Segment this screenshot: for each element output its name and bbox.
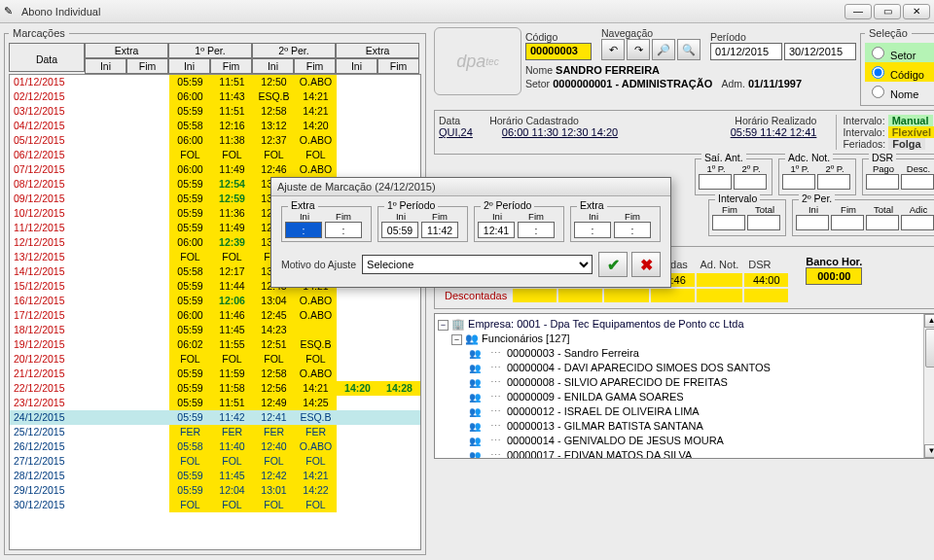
table-row[interactable]: 16/12/201505:5912:0613:04O.ABO <box>10 294 420 308</box>
codigo-label: Código <box>525 31 592 43</box>
codigo-field[interactable]: 00000003 <box>525 43 592 60</box>
minimize-button[interactable]: — <box>844 4 872 19</box>
tree-scrollbar[interactable]: ▲ ▼ <box>923 314 934 458</box>
sel-nome[interactable]: Nome <box>865 82 934 101</box>
table-row[interactable]: 21/12/201505:5911:5912:58O.ABO <box>10 367 420 381</box>
table-row[interactable]: 30/12/2015FOLFOLFOLFOL <box>10 498 420 512</box>
table-row[interactable]: 29/12/201505:5912:0413:0114:22 <box>10 483 420 498</box>
setor-cod: 0000000001 <box>553 78 612 89</box>
extra2-ini-input[interactable] <box>574 222 611 238</box>
p1-fim-input[interactable] <box>421 222 458 238</box>
extra2-fim-input[interactable] <box>614 222 651 238</box>
col-extra2: Extra <box>336 43 419 58</box>
adc-not: Adc. Not. 1º P.2º P. <box>778 158 856 195</box>
sched-real[interactable]: 05:59 11:42 12:41 <box>731 126 817 138</box>
sched-data[interactable]: QUI,24 <box>439 126 473 138</box>
col-extra1: Extra <box>85 43 168 58</box>
nome-value: SANDRO FERREIRA <box>556 64 660 76</box>
search-icon[interactable]: 🔎 <box>652 39 675 60</box>
table-row[interactable]: 02/12/201506:0011:43ESQ.B14:21 <box>10 89 420 104</box>
window-title: Abono Individual <box>21 6 844 18</box>
table-row[interactable]: 27/12/2015FOLFOLFOLFOL <box>10 454 420 469</box>
table-row[interactable]: 20/12/2015FOLFOLFOLFOL <box>10 352 420 367</box>
tree-item[interactable]: ⋯00000014 - GENIVALDO DE JESUS MOURA <box>438 434 934 448</box>
app-icon: ✎ <box>4 5 18 18</box>
scroll-thumb[interactable] <box>925 329 934 368</box>
tree-item[interactable]: ⋯00000008 - SILVIO APARECIDO DE FREITAS <box>438 375 934 390</box>
sel-setor[interactable]: Setor <box>865 43 934 62</box>
col-data: Data <box>9 43 85 72</box>
table-row[interactable]: 19/12/201506:0211:5512:51ESQ.B <box>10 337 420 352</box>
tree-item[interactable]: ⋯00000009 - ENILDA GAMA SOARES <box>438 390 934 404</box>
tree-collapse-icon[interactable]: − <box>451 334 462 345</box>
periodo-label: Período <box>710 31 856 43</box>
p2-ini-input[interactable] <box>478 222 515 238</box>
extra-fim-input[interactable] <box>325 222 362 238</box>
dsr: DSR PagoDesc. <box>862 158 934 195</box>
titlebar: ✎ Abono Individual — ▭ ✕ <box>0 0 934 23</box>
table-row[interactable]: 24/12/201505:5911:4212:41ESQ.B <box>10 410 420 425</box>
dialog-title: Ajuste de Marcação (24/12/2015) <box>271 178 670 196</box>
col-p2: 2º Per. <box>252 43 336 58</box>
periodo-ini[interactable] <box>710 43 782 60</box>
intervalo-box: Intervalo FimTotal <box>708 199 786 236</box>
nav-prev-icon[interactable]: ↶ <box>601 39 625 60</box>
periodo-fim[interactable] <box>784 43 856 60</box>
adm-value: 01/11/1997 <box>748 78 802 89</box>
p2-fim-input[interactable] <box>518 222 555 238</box>
close-button[interactable]: ✕ <box>903 4 930 19</box>
sel-codigo[interactable]: Código <box>865 62 934 82</box>
confirm-button[interactable]: ✔ <box>598 252 628 277</box>
table-row[interactable]: 06/12/2015FOLFOLFOLFOL <box>10 148 420 162</box>
table-row[interactable]: 23/12/201505:5911:5112:4914:25 <box>10 396 420 410</box>
table-row[interactable]: 03/12/201505:5911:5112:5814:21 <box>10 104 420 119</box>
motivo-label: Motivo do Ajuste <box>281 259 356 270</box>
extra-ini-input[interactable] <box>285 222 322 238</box>
maximize-button[interactable]: ▭ <box>874 4 901 19</box>
nav-label: Navegação <box>601 27 700 39</box>
tree-item[interactable]: ⋯00000004 - DAVI APARECIDO SIMOES DOS SA… <box>438 361 934 375</box>
table-row[interactable]: 18/12/201505:5911:4514:23 <box>10 323 420 337</box>
marcacoes-grid[interactable]: 01/12/201505:5911:5112:50O.ABO02/12/2015… <box>9 74 421 550</box>
table-row[interactable]: 25/12/2015FERFERFERFER <box>10 425 420 439</box>
selecao-panel: Seleção Setor Código Nome <box>860 27 934 106</box>
table-row[interactable]: 17/12/201506:0011:4612:45O.ABO <box>10 308 420 323</box>
tree-item[interactable]: ⋯00000003 - Sandro Ferreira <box>438 346 934 361</box>
tree-item[interactable]: ⋯00000013 - GILMAR BATISTA SANTANA <box>438 419 934 434</box>
table-row[interactable]: 26/12/201505:5811:4012:40O.ABO <box>10 439 420 454</box>
company-logo: dpatec <box>434 27 521 95</box>
table-row[interactable]: 01/12/201505:5911:5112:50O.ABO <box>10 75 420 89</box>
marcacoes-panel: Marcações Data Extra 1º Per. 2º Per. Ext… <box>4 27 426 555</box>
scroll-down-icon[interactable]: ▼ <box>924 444 934 458</box>
marcacoes-legend: Marcações <box>9 27 69 39</box>
table-row[interactable]: 05/12/201506:0011:3812:37O.ABO <box>10 133 420 148</box>
ajuste-marcacao-dialog: Ajuste de Marcação (24/12/2015) Extra In… <box>270 177 671 288</box>
table-row[interactable]: 22/12/201505:5911:5812:5614:2114:2014:28 <box>10 381 420 396</box>
per2-box: 2º Per. IniFimTotalAdic <box>792 199 934 236</box>
cancel-button[interactable]: ✖ <box>631 252 661 277</box>
sched-cad[interactable]: 06:00 11:30 12:30 14:20 <box>502 126 618 138</box>
preview-icon[interactable]: 🔍 <box>677 39 700 60</box>
sai-ant: Saí. Ant. 1º P.2º P. <box>695 158 772 195</box>
p1-ini-input[interactable] <box>381 222 418 238</box>
nav-next-icon[interactable]: ↷ <box>627 39 650 60</box>
col-p1: 1º Per. <box>168 43 252 58</box>
setor-nome: ADMINISTRAÇÃO <box>622 78 713 89</box>
schedule-panel: Data Horário Cadastrado Horário Realizad… <box>434 110 934 155</box>
table-row[interactable]: 04/12/201505:5812:1613:1214:20 <box>10 119 420 133</box>
tree-item[interactable]: ⋯00000017 - EDIVAN MATOS DA SILVA <box>438 448 934 459</box>
employee-tree[interactable]: −🏢 Empresa: 0001 - Dpa Tec Equipamentos … <box>434 313 934 459</box>
tree-collapse-icon[interactable]: − <box>438 320 449 331</box>
banco-horas: 000:00 <box>806 267 862 285</box>
tree-item[interactable]: ⋯00000012 - ISRAEL DE OLIVEIRA LIMA <box>438 404 934 419</box>
table-row[interactable]: 07/12/201506:0011:4912:46O.ABO <box>10 162 420 177</box>
scroll-up-icon[interactable]: ▲ <box>924 314 934 328</box>
table-row[interactable]: 28/12/201505:5911:4512:4214:21 <box>10 469 420 483</box>
motivo-select[interactable]: Selecione <box>362 255 593 274</box>
